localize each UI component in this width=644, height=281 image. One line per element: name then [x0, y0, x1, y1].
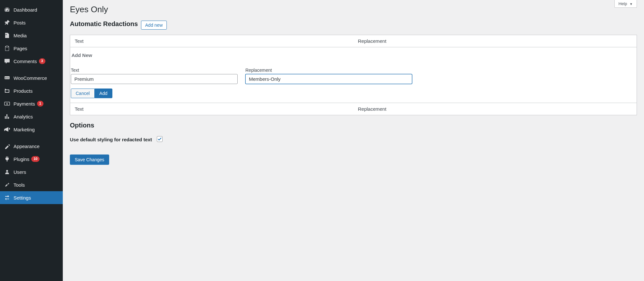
- text-input[interactable]: [71, 74, 238, 84]
- sidebar-item-label: Marketing: [14, 127, 35, 132]
- redactions-table: Text Replacement Add New Text Replacemen…: [70, 35, 637, 115]
- settings-icon: [4, 194, 10, 201]
- woo-icon: WOO: [4, 75, 10, 81]
- svg-text:WOO: WOO: [5, 77, 10, 79]
- sidebar-item-label: Payments: [14, 101, 35, 107]
- add-new-heading: Add New: [71, 52, 636, 58]
- users-icon: [4, 169, 10, 175]
- sidebar-item-label: Appearance: [14, 144, 40, 149]
- plugins-badge: 10: [31, 156, 40, 162]
- tools-icon: [4, 182, 10, 188]
- sidebar-item-marketing[interactable]: Marketing: [0, 123, 63, 136]
- automatic-redactions-heading: Automatic Redactions: [70, 20, 138, 28]
- add-new-button[interactable]: Add new: [141, 21, 167, 30]
- add-button[interactable]: Add: [95, 89, 112, 98]
- marketing-icon: [4, 126, 10, 133]
- sidebar-item-label: Media: [14, 33, 27, 38]
- page-icon: [4, 45, 10, 52]
- sidebar-item-payments[interactable]: $ Payments 1: [0, 97, 63, 110]
- col-replacement-footer: Replacement: [354, 103, 637, 115]
- sidebar-item-plugins[interactable]: Plugins 10: [0, 153, 63, 165]
- text-field-label: Text: [71, 68, 238, 73]
- media-icon: [4, 32, 10, 39]
- help-tab[interactable]: Help ▼: [614, 0, 637, 8]
- pin-icon: [4, 19, 10, 26]
- sidebar-item-analytics[interactable]: Analytics: [0, 110, 63, 123]
- sidebar-item-woocommerce[interactable]: WOO WooCommerce: [0, 71, 63, 84]
- payments-icon: $: [4, 100, 10, 107]
- products-icon: [4, 88, 10, 94]
- comments-badge: 3: [39, 58, 45, 64]
- sidebar-item-label: Users: [14, 169, 26, 175]
- col-text-header: Text: [70, 35, 354, 47]
- sidebar-item-media[interactable]: Media: [0, 29, 63, 42]
- main-content: Help ▼ Eyes Only Automatic Redactions Ad…: [63, 0, 644, 281]
- comment-icon: [4, 58, 10, 64]
- sidebar-item-dashboard[interactable]: Dashboard: [0, 3, 63, 16]
- replacement-field-label: Replacement: [245, 68, 412, 73]
- sidebar-item-users[interactable]: Users: [0, 165, 63, 178]
- chevron-down-icon: ▼: [630, 2, 633, 6]
- plugins-icon: [4, 156, 10, 162]
- sidebar-item-label: WooCommerce: [14, 75, 47, 81]
- payments-badge: 1: [37, 101, 43, 106]
- sidebar-item-label: Pages: [14, 46, 27, 51]
- dashboard-icon: [4, 6, 10, 13]
- sidebar-item-tools[interactable]: Tools: [0, 178, 63, 191]
- cancel-button[interactable]: Cancel: [71, 89, 95, 98]
- sidebar-item-label: Comments: [14, 59, 37, 64]
- sidebar-item-posts[interactable]: Posts: [0, 16, 63, 29]
- page-title: Eyes Only: [70, 0, 637, 18]
- sidebar-item-settings[interactable]: Settings: [0, 191, 63, 204]
- add-new-form: Add New Text Replacement Cancel A: [70, 47, 637, 103]
- analytics-icon: [4, 113, 10, 120]
- sidebar-separator: [0, 136, 63, 140]
- col-replacement-header: Replacement: [354, 35, 637, 47]
- sidebar-item-products[interactable]: Products: [0, 84, 63, 97]
- default-styling-checkbox[interactable]: [157, 136, 163, 142]
- sidebar-item-label: Analytics: [14, 114, 33, 119]
- options-heading: Options: [70, 122, 637, 129]
- sidebar-item-label: Dashboard: [14, 7, 37, 13]
- admin-sidebar: Dashboard Posts Media Pages Comments 3 W…: [0, 0, 63, 281]
- svg-text:$: $: [6, 102, 8, 105]
- sidebar-item-label: Products: [14, 88, 33, 94]
- sidebar-item-comments[interactable]: Comments 3: [0, 55, 63, 68]
- sidebar-item-label: Settings: [14, 195, 31, 201]
- replacement-input[interactable]: [245, 74, 412, 84]
- sidebar-item-appearance[interactable]: Appearance: [0, 140, 63, 153]
- save-changes-button[interactable]: Save Changes: [70, 155, 109, 165]
- help-label: Help: [619, 1, 627, 6]
- sidebar-item-label: Plugins: [14, 156, 29, 162]
- default-styling-label: Use default styling for redacted text: [70, 136, 157, 143]
- sidebar-item-label: Posts: [14, 20, 26, 25]
- sidebar-item-pages[interactable]: Pages: [0, 42, 63, 55]
- appearance-icon: [4, 143, 10, 149]
- sidebar-separator: [0, 68, 63, 71]
- col-text-footer: Text: [70, 103, 354, 115]
- sidebar-item-label: Tools: [14, 182, 25, 188]
